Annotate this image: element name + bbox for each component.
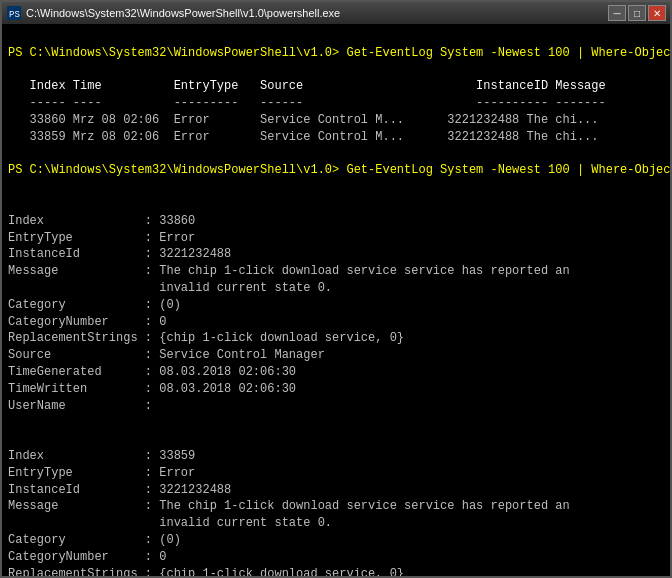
title-bar-left: PS C:\Windows\System32\WindowsPowerShell… (6, 5, 340, 21)
table-row-2: 33859 Mrz 08 02:06 Error Service Control… (8, 130, 599, 144)
close-button[interactable]: ✕ (648, 5, 666, 21)
app-icon: PS (6, 5, 22, 21)
table-underline: ----- ---- --------- ------ ---------- -… (8, 96, 606, 110)
detail-block-2: Index : 33859 EntryType : Error Instance… (8, 449, 570, 576)
maximize-button[interactable]: □ (628, 5, 646, 21)
command-line-2: PS C:\Windows\System32\WindowsPowerShell… (8, 163, 670, 177)
window-title: C:\Windows\System32\WindowsPowerShell\v1… (26, 7, 340, 19)
svg-text:PS: PS (9, 10, 20, 20)
detail-block-1: Index : 33860 EntryType : Error Instance… (8, 214, 570, 413)
console-output[interactable]: PS C:\Windows\System32\WindowsPowerShell… (2, 24, 670, 576)
minimize-button[interactable]: ─ (608, 5, 626, 21)
powershell-window: PS C:\Windows\System32\WindowsPowerShell… (0, 0, 672, 578)
command-line-1: PS C:\Windows\System32\WindowsPowerShell… (8, 46, 670, 60)
window-controls: ─ □ ✕ (608, 5, 666, 21)
table-row-1: 33860 Mrz 08 02:06 Error Service Control… (8, 113, 599, 127)
table-header: Index Time EntryType Source InstanceID M… (8, 79, 606, 93)
title-bar: PS C:\Windows\System32\WindowsPowerShell… (2, 2, 670, 24)
